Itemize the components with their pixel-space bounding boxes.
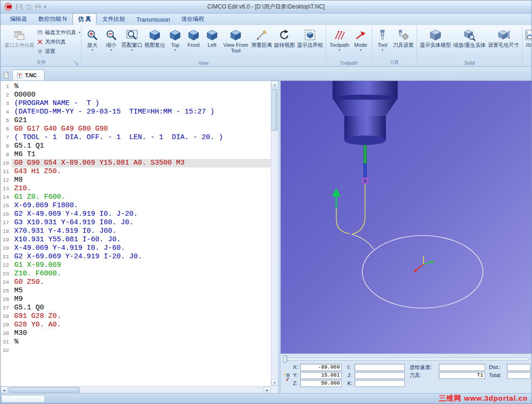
rotate-view-button[interactable]: 旋转视图	[273, 27, 296, 49]
print-icon[interactable]	[35, 3, 42, 10]
scroll-up-arrow[interactable]: ▲	[271, 81, 278, 88]
simulation-progress-slider[interactable]	[283, 355, 529, 362]
code-line[interactable]: 3 (PROGRAM NAME - T )	[0, 99, 271, 108]
document-icon[interactable]	[3, 71, 10, 79]
ribbon-tab[interactable]: 文件比较	[97, 13, 131, 25]
measure-distance-button[interactable]: 测量距离	[250, 27, 273, 49]
ribbon-tab[interactable]: 数控功能 N	[33, 13, 72, 25]
i-field[interactable]	[355, 364, 405, 371]
code-line[interactable]: 28 G91 G28 Z0.	[0, 312, 271, 321]
zoom-out-button[interactable]: 缩小 ▾	[102, 27, 121, 53]
code-line[interactable]: 19 X10.931 Y55.081 I-60. J0.	[0, 236, 271, 244]
horizontal-scroll-thumb[interactable]	[9, 387, 80, 393]
code-line[interactable]: 2 O0000	[0, 91, 271, 99]
ribbon-tab[interactable]: 仿 真	[72, 13, 97, 25]
editor-horizontal-scrollbar[interactable]: ◀ ▶	[0, 386, 271, 393]
mode-button[interactable]: Mode ▾	[351, 27, 370, 53]
watermark: 三维网 www.3dportal.cn	[439, 394, 528, 403]
zoom-in-icon	[86, 28, 98, 42]
tool-setup-button[interactable]: 刀具设置	[391, 27, 415, 49]
tool-button[interactable]: Tool ▾	[373, 27, 391, 53]
iso-view-button[interactable]: ISO	[524, 27, 532, 49]
ribbon-tab[interactable]: 迷你编程	[176, 13, 210, 25]
code-line[interactable]: 27 G5.1 Q0	[0, 304, 271, 312]
zoom-in-button[interactable]: 放大 ▾	[83, 27, 102, 53]
qat-customize-arrow-icon[interactable]: ▾	[44, 5, 46, 9]
scroll-right-arrow[interactable]: ▶	[264, 386, 271, 394]
code-line[interactable]: 16 G2 X-49.069 Y-4.919 I0. J-20.	[0, 210, 271, 219]
code-line[interactable]: 21 G2 X-69.069 Y-24.919 I-20. J0.	[0, 253, 271, 261]
line-number: 28	[0, 312, 12, 321]
scroll-left-arrow[interactable]: ◀	[0, 386, 8, 394]
code-line[interactable]: 24 G0 Z50.	[0, 278, 271, 287]
code-line[interactable]: 11 G43 H1 Z50.	[0, 167, 271, 176]
feed-rate-field[interactable]	[439, 364, 485, 371]
code-line[interactable]: 23 Z10. F6000.	[0, 270, 271, 278]
j-field[interactable]	[355, 372, 405, 379]
view-top-label: Top	[171, 42, 179, 48]
code-line[interactable]: 5 G21	[0, 116, 271, 125]
close-sim-button[interactable]: 关闭仿真	[36, 38, 80, 46]
code-line[interactable]: 12 M8	[0, 176, 271, 184]
window-title: CIMCO Edit v6.0 - [D:\用户目录\Desktop\T.NC]	[0, 3, 532, 11]
show-solid-button[interactable]: 显示实体模型	[418, 27, 452, 49]
save-icon[interactable]	[16, 3, 23, 10]
slider-track[interactable]	[283, 358, 529, 360]
code-line[interactable]: 13 Z10.	[0, 184, 271, 193]
zoom-regen-solid-button[interactable]: 缩放/重生实体	[452, 27, 487, 49]
slider-handle[interactable]	[283, 355, 287, 362]
code-line[interactable]: 9 M6 T1	[0, 150, 271, 159]
tool-number-field[interactable]: T1	[439, 372, 485, 379]
ribbon-tab[interactable]: Transmission	[131, 15, 176, 25]
ribbon-tab[interactable]: 编辑器	[4, 13, 33, 25]
view-top-button[interactable]: Top ▾	[166, 27, 184, 53]
code-line[interactable]: 18 X70.931 Y-4.919 I0. J60.	[0, 227, 271, 236]
line-text: %	[12, 338, 271, 346]
code-line[interactable]: 30 M30	[0, 329, 271, 338]
view-front-button[interactable]: Front	[184, 27, 203, 49]
z-position-field[interactable]: 50.000	[300, 380, 342, 387]
show-bounding-box-button[interactable]: 显示边界框	[296, 27, 324, 49]
reset-view-button[interactable]: 视图复位	[143, 27, 166, 49]
app-logo-icon[interactable]	[3, 2, 13, 12]
code-line[interactable]: 14 G1 Z0. F600.	[0, 193, 271, 202]
code-line[interactable]: 22 G1 X-89.069	[0, 261, 271, 270]
dialog-launcher-icon[interactable]	[74, 60, 80, 65]
y-position-field[interactable]: 15.081	[300, 372, 342, 379]
editor-vertical-scrollbar[interactable]: ▲ ▼	[271, 81, 278, 386]
dist-field[interactable]	[507, 364, 531, 371]
code-line[interactable]: 29 G28 Y0. A0.	[0, 321, 271, 329]
vertical-scroll-thumb[interactable]	[272, 89, 277, 131]
stock-size-button[interactable]: 设置毛坯尺寸	[487, 27, 521, 49]
code-line[interactable]: 17 G3 X10.931 Y-64.919 I60. J0.	[0, 219, 271, 227]
scroll-down-arrow[interactable]: ▼	[271, 379, 278, 386]
x-position-field[interactable]: -89.069	[300, 364, 342, 371]
document-tab-tnc[interactable]: T.NC	[12, 70, 44, 80]
view-left-button[interactable]: Left	[203, 27, 221, 49]
code-line[interactable]: 31 %	[0, 338, 271, 346]
zoom-fit-button[interactable]: 匹配窗口 ▾	[121, 27, 143, 53]
sim-settings-button[interactable]: 设置	[36, 47, 80, 55]
total-field[interactable]	[507, 372, 531, 379]
view-from-tool-button[interactable]: View From Tool	[221, 27, 250, 55]
code-line[interactable]: 10 G0 G90 G54 X-89.069 Y15.081 A0. S3500…	[0, 159, 271, 167]
toolpath-button[interactable]: Toolpath ▾	[328, 27, 351, 53]
code-line[interactable]: 20 X-49.069 Y-4.919 I0. J-60.	[0, 244, 271, 253]
code-line[interactable]: 8 G5.1 Q1	[0, 142, 271, 150]
k-field[interactable]	[355, 380, 405, 387]
code-line[interactable]: 15 X-69.069 F1800.	[0, 202, 271, 210]
code-line[interactable]: 7 ( TOOL - 1 DIA. OFF. - 1 LEN. - 1 DIA.…	[0, 133, 271, 142]
window-file-sim-button[interactable]: 窗口文件仿真	[3, 27, 36, 50]
code-line[interactable]: 32	[0, 346, 271, 355]
code-line[interactable]: 4 (DATE=DD-MM-YY - 29-03-15 TIME=HH:MM -…	[0, 108, 271, 116]
code-line[interactable]: 1 %	[0, 82, 271, 91]
line-number: 10	[0, 159, 12, 167]
code-line[interactable]: 25 M5	[0, 287, 271, 295]
code-line[interactable]: 6 G0 G17 G40 G49 G80 G90	[0, 125, 271, 133]
reset-view-label: 视图复位	[144, 42, 165, 48]
code-area[interactable]: 1 % 2 O0000 3 (PROGRAM NAME - T )	[0, 81, 271, 386]
simulation-3d-view[interactable]	[281, 81, 532, 353]
undo-icon[interactable]	[25, 3, 32, 10]
code-line[interactable]: 26 M9	[0, 295, 271, 304]
disk-file-sim-button[interactable]: 磁盘文件仿真 ▾	[36, 28, 80, 36]
